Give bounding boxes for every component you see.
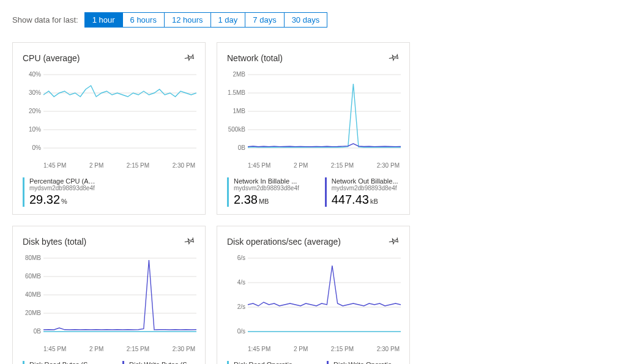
x-axis: 1:45 PM2 PM2:15 PM2:30 PM: [227, 160, 400, 174]
svg-text:2/s: 2/s: [237, 303, 245, 310]
x-tick: 2:15 PM: [127, 346, 149, 352]
x-tick: 1:45 PM: [43, 346, 66, 352]
svg-text:1MB: 1MB: [233, 108, 245, 114]
svg-text:30%: 30%: [29, 89, 41, 96]
legend-resource: mydsvm2db98893d8e4f: [29, 185, 97, 191]
svg-text:6/s: 6/s: [237, 255, 245, 261]
card-title: Disk operations/sec (average): [227, 237, 341, 247]
x-tick: 2:15 PM: [331, 346, 354, 352]
svg-text:2MB: 2MB: [233, 72, 245, 78]
legend-resource: mydsvm2db98893d8e4f: [234, 185, 299, 191]
metric-card-cpu: CPU (average) 40%30%20%10%0%1:45 PM2 PM2…: [12, 42, 206, 215]
legend-item: Disk Read Operations... mydsvm2db98893d8…: [227, 361, 301, 364]
legend-name: Disk Write Bytes (Sum): [129, 361, 196, 364]
svg-text:0%: 0%: [32, 144, 42, 151]
time-range-1-day[interactable]: 1 day: [211, 13, 246, 27]
card-title: Disk bytes (total): [23, 237, 86, 247]
legend-name: Disk Read Bytes (Sum): [29, 361, 97, 364]
card-header: Disk operations/sec (average): [227, 235, 400, 248]
x-tick: 2:30 PM: [377, 346, 400, 352]
pin-icon[interactable]: [184, 51, 195, 64]
svg-text:80MB: 80MB: [25, 255, 41, 261]
metric-card-disk: Disk operations/sec (average) 6/s4/s2/s0…: [217, 226, 410, 364]
svg-text:60MB: 60MB: [25, 273, 41, 280]
svg-text:10%: 10%: [29, 126, 41, 133]
card-header: CPU (average): [23, 51, 195, 64]
card-title: Network (total): [227, 53, 283, 63]
time-range-6-hours[interactable]: 6 hours: [123, 13, 165, 27]
svg-text:1.5MB: 1.5MB: [228, 89, 245, 96]
legend-item: Network In Billable ... mydsvm2db98893d8…: [227, 177, 299, 207]
legend-row: Network In Billable ... mydsvm2db98893d8…: [227, 174, 400, 207]
legend-row: Percentage CPU (Avg) mydsvm2db98893d8e4f…: [23, 174, 195, 207]
legend-name: Percentage CPU (Avg): [29, 177, 97, 185]
chart-svg: 6/s4/s2/s0/s: [227, 255, 401, 335]
chart-svg: 2MB1.5MB1MB500kB0B: [227, 72, 401, 151]
legend-value: 2.38MB: [234, 193, 299, 207]
svg-text:40%: 40%: [29, 72, 41, 78]
card-header: Disk bytes (total): [23, 235, 195, 248]
legend-resource: mydsvm2db98893d8e4f: [332, 185, 398, 191]
x-tick: 2:15 PM: [127, 162, 149, 169]
legend-item: Network Out Billable... mydsvm2db98893d8…: [325, 177, 398, 207]
legend-value: 29.32%: [29, 193, 97, 207]
legend-item: Disk Write Operation... mydsvm2db98893d8…: [327, 361, 401, 364]
x-axis: 1:45 PM2 PM2:15 PM2:30 PM: [227, 343, 400, 357]
x-tick: 2 PM: [89, 162, 103, 169]
legend-name: Disk Read Operations...: [234, 361, 301, 364]
card-title: CPU (average): [23, 53, 80, 63]
chart-svg: 80MB60MB40MB20MB0B: [23, 255, 196, 335]
x-tick: 1:45 PM: [43, 162, 66, 169]
legend-name: Disk Write Operation...: [333, 361, 401, 364]
time-range-label: Show data for last:: [12, 15, 78, 24]
metric-card-network: Network (total) 2MB1.5MB1MB500kB0B1:45 P…: [217, 42, 410, 215]
time-range-7-days[interactable]: 7 days: [245, 13, 284, 27]
x-axis: 1:45 PM2 PM2:15 PM2:30 PM: [23, 160, 195, 174]
x-tick: 2 PM: [294, 346, 308, 352]
x-tick: 2:30 PM: [173, 162, 195, 169]
time-range-1-hour[interactable]: 1 hour: [85, 13, 123, 27]
chart-area[interactable]: 40%30%20%10%0%: [23, 72, 195, 157]
x-tick: 2:30 PM: [377, 162, 400, 169]
time-range-12-hours[interactable]: 12 hours: [165, 13, 211, 27]
legend-name: Network Out Billable...: [332, 177, 398, 185]
x-tick: 2:15 PM: [331, 162, 354, 169]
x-tick: 2:30 PM: [173, 346, 195, 352]
chart-area[interactable]: 80MB60MB40MB20MB0B: [23, 255, 195, 341]
x-tick: 2 PM: [89, 346, 103, 352]
svg-text:20MB: 20MB: [25, 310, 41, 316]
svg-text:0B: 0B: [34, 328, 42, 335]
svg-text:4/s: 4/s: [237, 279, 245, 286]
legend-name: Network In Billable ...: [234, 177, 299, 185]
legend-row: Disk Read Operations... mydsvm2db98893d8…: [227, 357, 400, 364]
svg-text:0/s: 0/s: [237, 328, 245, 335]
svg-text:0B: 0B: [238, 144, 246, 151]
legend-item: Disk Write Bytes (Sum) mydsvm2db98893d8e…: [122, 361, 196, 364]
svg-text:500kB: 500kB: [228, 126, 246, 133]
time-range-button-group: 1 hour6 hours12 hours1 day7 days30 days: [84, 12, 328, 28]
x-tick: 1:45 PM: [248, 162, 270, 169]
chart-area[interactable]: 6/s4/s2/s0/s: [227, 255, 400, 341]
pin-icon[interactable]: [389, 235, 400, 248]
pin-icon[interactable]: [184, 235, 195, 248]
x-tick: 2 PM: [294, 162, 308, 169]
chart-area[interactable]: 2MB1.5MB1MB500kB0B: [227, 72, 400, 157]
x-tick: 1:45 PM: [248, 346, 270, 352]
svg-text:40MB: 40MB: [25, 291, 41, 298]
card-header: Network (total): [227, 51, 400, 64]
pin-icon[interactable]: [389, 51, 400, 64]
legend-row: Disk Read Bytes (Sum) mydsvm2db98893d8e4…: [23, 357, 195, 364]
time-range-30-days[interactable]: 30 days: [285, 13, 327, 27]
legend-value: 447.43kB: [332, 193, 398, 207]
chart-svg: 40%30%20%10%0%: [23, 72, 196, 151]
x-axis: 1:45 PM2 PM2:15 PM2:30 PM: [23, 343, 195, 357]
legend-item: Percentage CPU (Avg) mydsvm2db98893d8e4f…: [23, 177, 97, 207]
metric-card-disk: Disk bytes (total) 80MB60MB40MB20MB0B1:4…: [12, 226, 206, 364]
svg-text:20%: 20%: [29, 108, 41, 114]
time-range-toolbar: Show data for last: 1 hour6 hours12 hour…: [12, 12, 606, 28]
legend-item: Disk Read Bytes (Sum) mydsvm2db98893d8e4…: [23, 361, 97, 364]
